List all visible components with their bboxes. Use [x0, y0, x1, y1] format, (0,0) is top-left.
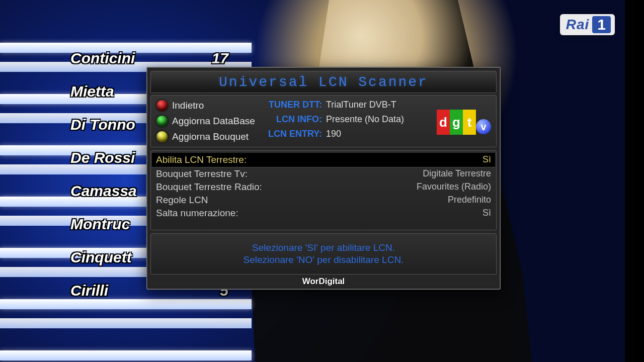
- setting-bouquet-radio[interactable]: Bouquet Terrestre Radio: Favourites (Rad…: [155, 180, 492, 194]
- tuner-label: TUNER DTT:: [268, 100, 322, 110]
- settings-list: Abilita LCN Terrestre: Sì Bouquet Terres…: [150, 150, 497, 230]
- yellow-button[interactable]: Aggiorna Bouquet: [156, 131, 262, 143]
- lcn-info-label: LCN INFO:: [268, 114, 322, 125]
- yellow-button-label: Aggiorna Bouquet: [172, 131, 249, 142]
- dialog-title: Universal LCN Scanner: [219, 74, 428, 90]
- green-button-label: Aggiorna DataBase: [172, 116, 255, 127]
- lcn-entry-value: 190: [326, 129, 341, 139]
- red-dot-icon: [156, 100, 168, 112]
- scoreboard-name: Cinquett: [70, 249, 132, 266]
- scoreboard-name: Montruc: [70, 216, 130, 233]
- red-button-label: Indietro: [172, 100, 204, 111]
- help-panel: Selezionare 'SI' per abilitare LCN. Sele…: [150, 233, 497, 275]
- scoreboard-name: Conticini: [70, 50, 135, 67]
- help-line: Selezionare 'NO' per disabilitare LCN.: [155, 254, 492, 266]
- tuner-info: TUNER DTT:TrialTuner DVB-T LCN INFO:Pres…: [268, 100, 404, 143]
- setting-value: Predefinito: [448, 195, 491, 206]
- dialog-top-panel: Indietro Aggiorna DataBase Aggiorna Bouq…: [150, 95, 497, 147]
- lcn-info-value: Presente (No Data): [326, 114, 404, 125]
- dialog-footer: WorDigital: [147, 277, 500, 289]
- setting-label: Bouquet Terrestre Tv:: [156, 168, 248, 179]
- scoreboard-name: De Rossi: [70, 149, 135, 166]
- scoreboard-score: 17: [212, 50, 231, 67]
- broadcaster-logo-text: Rai: [566, 17, 590, 33]
- dialog-titlebar: Universal LCN Scanner: [150, 71, 497, 93]
- green-dot-icon: [156, 115, 168, 127]
- setting-label: Bouquet Terrestre Radio:: [156, 182, 262, 193]
- scoreboard-name: Mietta: [70, 83, 114, 100]
- setting-label: Abilita LCN Terrestre:: [156, 154, 247, 165]
- setting-label: Regole LCN: [156, 195, 208, 206]
- scoreboard-name: Cirilli: [70, 282, 108, 299]
- setting-value: Digitale Terrestre: [423, 168, 491, 179]
- broadcaster-logo: Rai 1: [560, 14, 615, 35]
- setting-value: Sì: [482, 154, 491, 165]
- color-button-group: Indietro Aggiorna DataBase Aggiorna Bouq…: [156, 100, 262, 143]
- dgtv-v-icon: v: [476, 119, 491, 134]
- setting-enable-lcn[interactable]: Abilita LCN Terrestre: Sì: [152, 153, 495, 167]
- green-button[interactable]: Aggiorna DataBase: [156, 115, 262, 127]
- red-button[interactable]: Indietro: [156, 100, 262, 112]
- tuner-value: TrialTuner DVB-T: [326, 100, 396, 110]
- dgtv-logo: d g t v: [437, 110, 491, 135]
- dgtv-d-icon: d: [437, 110, 450, 135]
- help-line: Selezionare 'SI' per abilitare LCN.: [155, 242, 492, 254]
- broadcaster-logo-number: 1: [592, 16, 611, 33]
- setting-value: Sì: [482, 208, 491, 219]
- dgtv-t-icon: t: [463, 110, 476, 135]
- scoreboard-name: Di Tonno: [70, 116, 135, 133]
- dgtv-g-icon: g: [450, 110, 463, 135]
- setting-value: Favourites (Radio): [417, 182, 491, 193]
- setting-bouquet-tv[interactable]: Bouquet Terrestre Tv: Digitale Terrestre: [155, 167, 492, 180]
- scoreboard-name: Camassa: [70, 183, 137, 200]
- letterbox-right: [625, 0, 644, 362]
- setting-skip-numbering[interactable]: Salta numerazione: Sì: [155, 207, 492, 220]
- lcn-entry-label: LCN ENTRY:: [268, 129, 322, 139]
- yellow-dot-icon: [156, 131, 168, 143]
- lcn-scanner-dialog: Universal LCN Scanner Indietro Aggiorna …: [146, 67, 501, 290]
- setting-lcn-rules[interactable]: Regole LCN Predefinito: [155, 194, 492, 207]
- setting-label: Salta numerazione:: [156, 208, 238, 219]
